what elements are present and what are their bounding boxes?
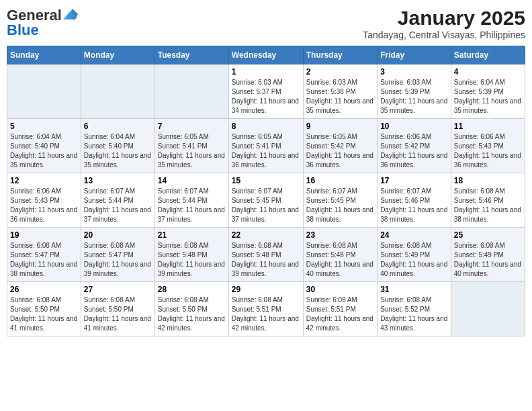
calendar-cell: 8Sunrise: 6:05 AM Sunset: 5:41 PM Daylig…: [228, 119, 303, 173]
day-info: Sunrise: 6:08 AM Sunset: 5:50 PM Dayligh…: [84, 295, 152, 333]
day-info: Sunrise: 6:08 AM Sunset: 5:47 PM Dayligh…: [10, 241, 78, 279]
calendar-cell: 6Sunrise: 6:04 AM Sunset: 5:40 PM Daylig…: [81, 119, 154, 173]
day-info: Sunrise: 6:08 AM Sunset: 5:47 PM Dayligh…: [84, 241, 152, 279]
day-info: Sunrise: 6:03 AM Sunset: 5:38 PM Dayligh…: [306, 78, 374, 116]
day-info: Sunrise: 6:07 AM Sunset: 5:44 PM Dayligh…: [158, 187, 226, 224]
calendar-cell: 1Sunrise: 6:03 AM Sunset: 5:37 PM Daylig…: [228, 64, 303, 119]
calendar-cell: 22Sunrise: 6:08 AM Sunset: 5:48 PM Dayli…: [228, 228, 303, 282]
day-number: 27: [84, 285, 152, 294]
logo: General Blue: [7, 7, 78, 39]
calendar-week-row: 1Sunrise: 6:03 AM Sunset: 5:37 PM Daylig…: [7, 64, 525, 119]
day-info: Sunrise: 6:04 AM Sunset: 5:40 PM Dayligh…: [84, 132, 152, 170]
calendar-cell: 19Sunrise: 6:08 AM Sunset: 5:47 PM Dayli…: [7, 228, 81, 282]
day-number: 31: [380, 285, 448, 294]
calendar-cell: 18Sunrise: 6:08 AM Sunset: 5:46 PM Dayli…: [451, 173, 525, 228]
calendar-week-row: 26Sunrise: 6:08 AM Sunset: 5:50 PM Dayli…: [7, 282, 525, 336]
calendar-cell: 14Sunrise: 6:07 AM Sunset: 5:44 PM Dayli…: [154, 173, 228, 228]
calendar-cell: 27Sunrise: 6:08 AM Sunset: 5:50 PM Dayli…: [81, 282, 154, 336]
day-number: 9: [306, 122, 374, 131]
day-info: Sunrise: 6:08 AM Sunset: 5:50 PM Dayligh…: [10, 295, 78, 333]
day-number: 7: [158, 122, 226, 131]
day-number: 2: [306, 67, 374, 77]
day-number: 20: [84, 230, 152, 240]
weekday-header: Sunday: [7, 46, 81, 64]
weekday-header: Saturday: [451, 46, 525, 64]
day-number: 10: [380, 122, 448, 131]
day-number: 25: [454, 230, 522, 240]
calendar-cell: 31Sunrise: 6:08 AM Sunset: 5:52 PM Dayli…: [378, 282, 451, 336]
day-number: 15: [232, 176, 300, 185]
weekday-header: Friday: [378, 46, 451, 64]
day-number: 4: [454, 67, 522, 77]
calendar-cell: [154, 64, 228, 119]
day-number: 1: [232, 67, 300, 77]
calendar-cell: 21Sunrise: 6:08 AM Sunset: 5:48 PM Dayli…: [154, 228, 228, 282]
calendar-cell: 20Sunrise: 6:08 AM Sunset: 5:47 PM Dayli…: [81, 228, 154, 282]
day-info: Sunrise: 6:05 AM Sunset: 5:41 PM Dayligh…: [232, 132, 300, 170]
calendar-week-row: 5Sunrise: 6:04 AM Sunset: 5:40 PM Daylig…: [7, 119, 525, 173]
calendar-cell: 13Sunrise: 6:07 AM Sunset: 5:44 PM Dayli…: [81, 173, 154, 228]
day-number: 12: [10, 176, 78, 185]
day-number: 16: [306, 176, 374, 185]
calendar-cell: [7, 64, 81, 119]
calendar-cell: 12Sunrise: 6:06 AM Sunset: 5:43 PM Dayli…: [7, 173, 81, 228]
day-info: Sunrise: 6:04 AM Sunset: 5:39 PM Dayligh…: [454, 78, 522, 116]
calendar-cell: 9Sunrise: 6:05 AM Sunset: 5:42 PM Daylig…: [303, 119, 377, 173]
logo-blue: Blue: [7, 21, 39, 39]
day-info: Sunrise: 6:07 AM Sunset: 5:44 PM Dayligh…: [84, 187, 152, 224]
day-number: 17: [380, 176, 448, 185]
day-number: 6: [84, 122, 152, 131]
weekday-header: Monday: [81, 46, 154, 64]
day-number: 3: [380, 67, 448, 77]
calendar-cell: 4Sunrise: 6:04 AM Sunset: 5:39 PM Daylig…: [451, 64, 525, 119]
calendar-cell: 11Sunrise: 6:06 AM Sunset: 5:43 PM Dayli…: [451, 119, 525, 173]
weekday-header: Thursday: [303, 46, 377, 64]
calendar-cell: 7Sunrise: 6:05 AM Sunset: 5:41 PM Daylig…: [154, 119, 228, 173]
day-info: Sunrise: 6:08 AM Sunset: 5:51 PM Dayligh…: [232, 295, 300, 333]
day-number: 19: [10, 230, 78, 240]
calendar-cell: [81, 64, 154, 119]
day-info: Sunrise: 6:08 AM Sunset: 5:49 PM Dayligh…: [380, 241, 448, 279]
calendar-cell: 26Sunrise: 6:08 AM Sunset: 5:50 PM Dayli…: [7, 282, 81, 336]
calendar-cell: [451, 282, 525, 336]
calendar-cell: 30Sunrise: 6:08 AM Sunset: 5:51 PM Dayli…: [303, 282, 377, 336]
day-info: Sunrise: 6:06 AM Sunset: 5:42 PM Dayligh…: [380, 132, 448, 170]
weekday-header-row: SundayMondayTuesdayWednesdayThursdayFrid…: [7, 46, 525, 64]
day-number: 28: [158, 285, 226, 294]
day-info: Sunrise: 6:06 AM Sunset: 5:43 PM Dayligh…: [454, 132, 522, 170]
page-header: General Blue January 2025 Tandayag, Cent…: [7, 7, 525, 40]
day-info: Sunrise: 6:08 AM Sunset: 5:49 PM Dayligh…: [454, 241, 522, 279]
day-number: 14: [158, 176, 226, 185]
calendar-cell: 17Sunrise: 6:07 AM Sunset: 5:46 PM Dayli…: [378, 173, 451, 228]
day-number: 29: [232, 285, 300, 294]
calendar-week-row: 12Sunrise: 6:06 AM Sunset: 5:43 PM Dayli…: [7, 173, 525, 228]
calendar-cell: 2Sunrise: 6:03 AM Sunset: 5:38 PM Daylig…: [303, 64, 377, 119]
calendar-cell: 15Sunrise: 6:07 AM Sunset: 5:45 PM Dayli…: [228, 173, 303, 228]
day-info: Sunrise: 6:03 AM Sunset: 5:37 PM Dayligh…: [232, 78, 300, 116]
calendar-cell: 5Sunrise: 6:04 AM Sunset: 5:40 PM Daylig…: [7, 119, 81, 173]
day-number: 11: [454, 122, 522, 131]
day-info: Sunrise: 6:06 AM Sunset: 5:43 PM Dayligh…: [10, 187, 78, 224]
logo-icon: [63, 9, 78, 19]
calendar-cell: 10Sunrise: 6:06 AM Sunset: 5:42 PM Dayli…: [378, 119, 451, 173]
calendar-table: SundayMondayTuesdayWednesdayThursdayFrid…: [7, 46, 525, 336]
calendar-cell: 3Sunrise: 6:03 AM Sunset: 5:39 PM Daylig…: [378, 64, 451, 119]
calendar-cell: 29Sunrise: 6:08 AM Sunset: 5:51 PM Dayli…: [228, 282, 303, 336]
day-info: Sunrise: 6:04 AM Sunset: 5:40 PM Dayligh…: [10, 132, 78, 170]
calendar-cell: 28Sunrise: 6:08 AM Sunset: 5:50 PM Dayli…: [154, 282, 228, 336]
title-block: January 2025 Tandayag, Central Visayas, …: [363, 7, 525, 40]
day-number: 8: [232, 122, 300, 131]
day-info: Sunrise: 6:08 AM Sunset: 5:48 PM Dayligh…: [158, 241, 226, 279]
day-number: 21: [158, 230, 226, 240]
page-title: January 2025: [363, 7, 525, 30]
day-number: 23: [306, 230, 374, 240]
day-info: Sunrise: 6:08 AM Sunset: 5:48 PM Dayligh…: [232, 241, 300, 279]
day-info: Sunrise: 6:07 AM Sunset: 5:46 PM Dayligh…: [380, 187, 448, 224]
weekday-header: Tuesday: [154, 46, 228, 64]
day-number: 22: [232, 230, 300, 240]
calendar-cell: 23Sunrise: 6:08 AM Sunset: 5:48 PM Dayli…: [303, 228, 377, 282]
day-number: 24: [380, 230, 448, 240]
day-info: Sunrise: 6:07 AM Sunset: 5:45 PM Dayligh…: [232, 187, 300, 224]
calendar-cell: 25Sunrise: 6:08 AM Sunset: 5:49 PM Dayli…: [451, 228, 525, 282]
day-number: 18: [454, 176, 522, 185]
